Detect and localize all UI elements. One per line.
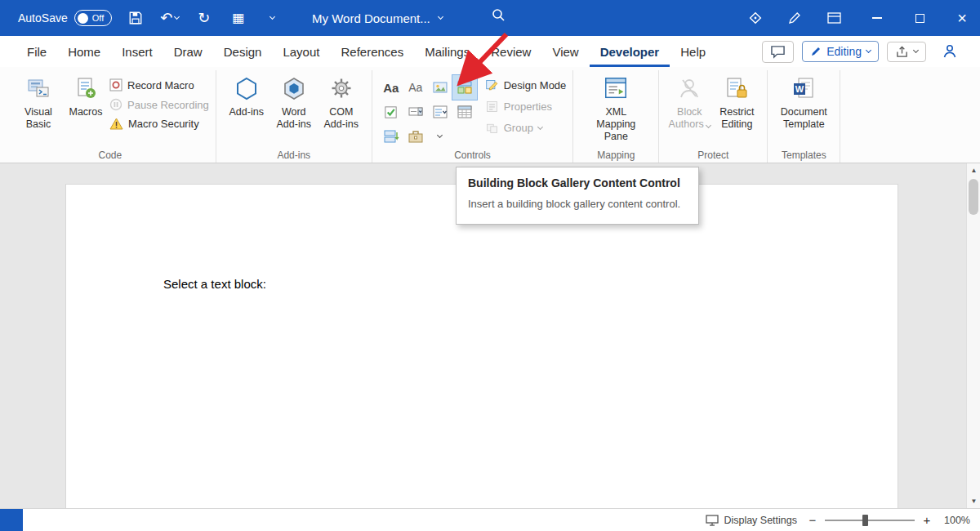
ribbon-tab-row: File Home Insert Draw Design Layout Refe… — [0, 36, 980, 67]
design-mode-button[interactable]: Design Mode — [485, 78, 567, 92]
tab-mailings[interactable]: Mailings — [414, 36, 480, 67]
redo-icon: ↻ — [198, 11, 210, 25]
xml-mapping-pane-button[interactable]: XML Mapping Pane — [586, 72, 645, 143]
tab-insert[interactable]: Insert — [111, 36, 163, 67]
block-authors-button: Block Authors — [666, 72, 713, 131]
zoom-slider-thumb[interactable] — [862, 515, 868, 526]
maximize-button[interactable] — [902, 0, 938, 36]
checkbox-control-button[interactable] — [379, 100, 403, 124]
touch-mouse-mode-button[interactable]: ▦ — [228, 7, 249, 29]
xml-mapping-pane-icon — [603, 74, 629, 102]
word-add-ins-icon — [282, 74, 306, 102]
ribbon-developer: Visual Basic Macros — [0, 67, 980, 163]
restrict-editing-icon — [724, 74, 749, 102]
undo-chevron-icon — [174, 14, 180, 20]
scrollbar-thumb[interactable] — [969, 179, 978, 215]
macros-button[interactable]: Macros — [62, 72, 109, 118]
zoom-level[interactable]: 100% — [939, 515, 970, 526]
zoom-in-button[interactable]: + — [921, 513, 933, 527]
properties-button: Properties — [485, 100, 567, 114]
share-icon — [895, 46, 909, 58]
tab-references[interactable]: References — [330, 36, 414, 67]
com-add-ins-button[interactable]: COM Add-ins — [318, 72, 365, 131]
design-mode-icon — [485, 78, 499, 92]
close-button[interactable]: × — [944, 0, 980, 36]
plain-text-control-button[interactable]: Aa — [403, 75, 428, 100]
search-icon — [490, 7, 506, 24]
save-button[interactable] — [125, 7, 146, 29]
save-icon — [128, 11, 143, 25]
autosave-toggle[interactable]: AutoSave Off — [18, 10, 112, 26]
legacy-tools-button[interactable] — [403, 124, 428, 149]
word-window: AutoSave Off ↶ ↻ ▦ — [0, 0, 980, 531]
redo-button[interactable]: ↻ — [194, 7, 215, 29]
person-icon — [942, 43, 958, 60]
ribbon-group-protect: Block Authors Restrict Editing Protect — [659, 70, 768, 163]
document-title-button[interactable]: My Word Document... — [312, 0, 443, 36]
editing-mode-button[interactable]: Editing — [802, 41, 879, 62]
dropdown-list-control-button[interactable] — [428, 100, 452, 124]
comment-icon — [770, 45, 786, 59]
diamond-icon — [748, 11, 763, 25]
pen-icon — [787, 11, 802, 25]
tab-design[interactable]: Design — [213, 36, 273, 67]
undo-button[interactable]: ↶ — [159, 7, 180, 29]
properties-label: Properties — [504, 100, 552, 113]
scroll-down-button[interactable]: ▼ — [967, 494, 980, 508]
combo-box-icon — [408, 104, 424, 120]
scroll-up-button[interactable]: ▲ — [967, 163, 980, 177]
ribbon-group-code: Visual Basic Macros — [5, 70, 216, 163]
account-button[interactable] — [934, 40, 965, 63]
com-add-ins-icon — [329, 74, 354, 102]
repeating-section-control-button[interactable] — [379, 124, 403, 149]
ribbon-display-button[interactable] — [823, 7, 844, 29]
date-picker-control-button[interactable] — [452, 100, 477, 124]
macro-security-button[interactable]: Macro Security — [109, 118, 209, 130]
picture-icon — [432, 79, 448, 96]
tab-developer[interactable]: Developer — [590, 36, 670, 67]
combo-box-control-button[interactable] — [403, 100, 428, 124]
minimize-button[interactable] — [859, 0, 895, 36]
document-page[interactable]: Select a text block: — [65, 184, 898, 508]
autosave-switch[interactable]: Off — [74, 10, 112, 26]
vertical-scrollbar[interactable]: ▲ ▼ — [966, 163, 980, 508]
zoom-out-button[interactable]: − — [807, 513, 818, 527]
document-template-button[interactable]: W Document Template — [774, 72, 833, 131]
ribbon-group-mapping: XML Mapping Pane Mapping — [573, 70, 659, 163]
tab-home[interactable]: Home — [57, 36, 111, 67]
visual-basic-button[interactable]: Visual Basic — [15, 72, 62, 131]
record-macro-icon — [109, 78, 122, 91]
autosave-label: AutoSave — [18, 11, 68, 25]
zoom-slider[interactable] — [825, 520, 915, 521]
share-button[interactable] — [887, 42, 926, 62]
tab-draw[interactable]: Draw — [163, 36, 213, 67]
tab-file[interactable]: File — [16, 36, 57, 67]
building-block-gallery-control-button[interactable] — [452, 75, 477, 100]
draw-tool-button[interactable] — [784, 7, 805, 29]
record-macro-button[interactable]: Record Macro — [109, 78, 209, 91]
properties-icon — [485, 100, 499, 114]
tab-layout[interactable]: Layout — [272, 36, 330, 67]
tab-help[interactable]: Help — [670, 36, 716, 67]
legacy-tools-dropdown[interactable] — [428, 124, 452, 149]
word-add-ins-button[interactable]: Word Add-ins — [270, 72, 318, 131]
search-button[interactable] — [490, 7, 506, 26]
tab-view[interactable]: View — [541, 36, 589, 67]
mapping-group-label: Mapping — [573, 149, 658, 161]
presenter-button[interactable] — [745, 7, 766, 29]
tab-review[interactable]: Review — [480, 36, 541, 67]
editing-chevron-icon — [866, 47, 871, 53]
visual-basic-label: Visual Basic — [15, 106, 62, 131]
document-body-text: Select a text block: — [163, 277, 266, 291]
display-settings-button[interactable]: Display Settings — [706, 515, 797, 526]
picture-control-button[interactable] — [428, 75, 452, 100]
warning-icon — [109, 118, 123, 130]
templates-group-label: Templates — [768, 149, 840, 161]
quick-access-dropdown[interactable] — [262, 7, 283, 29]
restrict-editing-button[interactable]: Restrict Editing — [713, 72, 760, 131]
addins-group-label: Add-ins — [216, 149, 372, 161]
record-macro-label: Record Macro — [127, 79, 194, 91]
comments-button[interactable] — [762, 41, 794, 63]
rich-text-control-button[interactable]: Aa — [379, 75, 403, 100]
add-ins-button[interactable]: Add-ins — [223, 72, 270, 118]
